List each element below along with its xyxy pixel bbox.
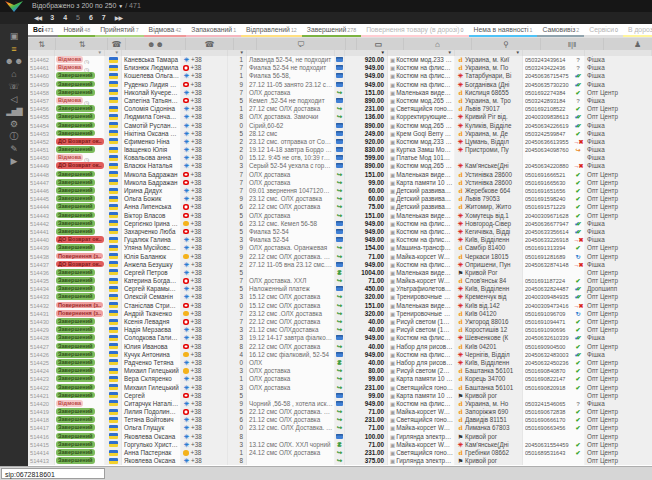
table-row-order-514448[interactable]: 514448ЗавершенийМикола Бадражан+387ОЛХ д… bbox=[28, 171, 652, 179]
ttn-cell[interactable]: 0501692108522✔ bbox=[523, 105, 585, 113]
ttn-cell[interactable]: 20450632450236✔ bbox=[523, 359, 585, 367]
product-cell[interactable]: ▣Костюм на флисе Мод.1014 (1шт. х 949.00 bbox=[388, 220, 455, 228]
product-cell[interactable]: ▣Костюм мод.233 разм,48-58 (1шт. х 920.0… bbox=[388, 56, 455, 64]
table-row-order-514419[interactable]: 514419ЗавершенийЛилия Подолинская+38522.… bbox=[28, 408, 652, 416]
phone-cell[interactable]: +38 bbox=[181, 343, 228, 351]
phone-cell[interactable]: ✳+38 bbox=[181, 384, 228, 392]
ttn-cell[interactable]: 20450633226918→✖ bbox=[523, 236, 585, 244]
table-row-order-514458[interactable]: 514458ЗавершенийНиколай Кучеренко✳+387ОЛ… bbox=[28, 89, 652, 97]
table-row-order-514444[interactable]: 514444ЗавершенийАнна Липенська+38622.12 … bbox=[28, 203, 652, 211]
sidebar-campaigns-icon[interactable]: ◁ bbox=[0, 93, 28, 105]
product-cell[interactable]: ▣Майка-корсет Waist Trainer *142 bbox=[388, 424, 455, 432]
ttn-cell[interactable]: 0501690820918✔ bbox=[523, 384, 585, 392]
table-row-order-514447[interactable]: 514447ЗавершенийМикола Бадражан+387ОЛХ д… bbox=[28, 179, 652, 187]
ttn-cell[interactable]: 0501690663456✔ bbox=[523, 424, 585, 432]
phone-cell[interactable]: +38 bbox=[181, 171, 228, 179]
product-cell[interactable]: ▣Детский развивающий констру bbox=[388, 195, 455, 203]
ttn-cell[interactable] bbox=[523, 269, 585, 277]
ttn-cell[interactable]: 0501690840870✔ bbox=[523, 367, 585, 375]
table-row-order-514456[interactable]: 514456ЗавершенийСоломія Сідоніна✳+38127.… bbox=[28, 105, 652, 113]
product-cell[interactable]: ▣Костюм на флисе Мод.1014 (1шт. х 949.00 bbox=[388, 261, 455, 269]
ttn-cell[interactable]: 0501690904500✔ bbox=[523, 343, 585, 351]
table-row-order-514422[interactable]: 514422ЗавершенийМихаил Гилецький✳+383ОЛХ… bbox=[28, 384, 652, 392]
ttn-cell[interactable]: 0501690672838✔ bbox=[523, 408, 585, 416]
ttn-cell[interactable]: 0501691598240✔ bbox=[523, 195, 585, 203]
product-cell[interactable]: ▣Майка-корсет Waist Trainer *142 bbox=[388, 277, 455, 285]
table-row-order-514441[interactable]: 514441ЗавершенийЗахарченко Люба+385Фиалк… bbox=[28, 228, 652, 236]
sidebar-orders-list-icon[interactable]: ≡ bbox=[0, 43, 28, 55]
ttn-cell[interactable]: 20400309473416→✖ bbox=[523, 302, 585, 310]
sort-status-icon[interactable]: ⇅ bbox=[56, 38, 108, 50]
product-cell[interactable]: ▣Костюм на флисе Мод.1014 (1шт. х 949.00 bbox=[388, 400, 455, 408]
ttn-cell[interactable]: 20450632874148→✖ bbox=[523, 261, 585, 269]
phone-cell[interactable]: +38 bbox=[181, 367, 228, 375]
ttn-cell[interactable]: 0501691313394✔ bbox=[523, 244, 585, 252]
price-icon[interactable]: ▭ bbox=[357, 38, 404, 50]
sidebar-calls-icon[interactable]: ☏ bbox=[0, 80, 28, 92]
phone-cell[interactable]: ✳+38 bbox=[181, 359, 228, 367]
phone-cell[interactable]: +38 bbox=[181, 212, 228, 220]
table-row-order-514415[interactable]: 514415ЗавершенийГоргулько Христина✳+3831… bbox=[28, 441, 652, 449]
ttn-cell[interactable]: 0501689531643✔ bbox=[523, 449, 585, 457]
ttn-cell[interactable]: 0501690822147✔ bbox=[523, 375, 585, 383]
table-row-order-514426[interactable]: 514426ЗавершенийКучук Антонина+38416.12 … bbox=[28, 351, 652, 359]
sidebar-settings-icon[interactable]: ⚙ bbox=[0, 118, 28, 130]
ttn-cell[interactable]: 20450636613955→✖ bbox=[523, 138, 585, 146]
table-row-order-514424[interactable]: 514424ЗавершенийМихаил Гилецький+383ОЛХ … bbox=[28, 367, 652, 375]
product-cell[interactable]: ▣Детский развивающий констру bbox=[388, 203, 455, 211]
table-row-order-514450[interactable]: 514450Відмова◷Ковальова анна✳+38015.12. … bbox=[28, 154, 652, 162]
phone-cell[interactable]: ✳+38 bbox=[181, 72, 228, 80]
table-row-order-514427[interactable]: 514427ЗавершенийЮлия Иванова+38822.12 см… bbox=[28, 343, 652, 351]
product-cell[interactable]: ▣Платье Мод 1013 (1шт. х 599.00 bbox=[388, 154, 455, 162]
page-number-3[interactable]: 3 bbox=[50, 12, 54, 24]
phone-cell[interactable]: ✳+38 bbox=[181, 285, 228, 293]
ttn-cell[interactable]: 0503242893184? bbox=[523, 97, 585, 105]
product-cell[interactable]: ▣Костюм мод.265 (1шт. х 890.00 bbox=[388, 97, 455, 105]
phone-cell[interactable]: ✳+38 bbox=[181, 195, 228, 203]
table-row-order-514416[interactable]: 514416ЗавершенийЯковлева Оксана✳+388100.… bbox=[28, 433, 652, 441]
phone-cell[interactable]: ✳+38 bbox=[181, 187, 228, 195]
product-cell[interactable]: ▣Ультрафиолетовая бактерицид bbox=[388, 285, 455, 293]
ttn-cell[interactable] bbox=[523, 433, 585, 441]
ttn-cell[interactable]: 0501690666170✔ bbox=[523, 416, 585, 424]
product-cell[interactable]: ▣Карта памяти 10 класс - 32Гб *1 bbox=[388, 392, 455, 400]
table-row-order-514461[interactable]: 514461Відмова◷Близнюк Людмила+387Фиалка … bbox=[28, 64, 652, 72]
table-row-order-514428[interactable]: 514428ЗавершенийСолодкова Галина В✳+3831… bbox=[28, 334, 652, 342]
sidebar-store-icon[interactable]: ⌂ bbox=[0, 68, 28, 80]
table-row-order-514435[interactable]: 514435ЗавершенийКатерина Богданова+387ОЛ… bbox=[28, 277, 652, 285]
table-row-order-514433[interactable]: 514433ЗавершенийОлексій Семанін✳+38315.1… bbox=[28, 293, 652, 301]
comment-icon[interactable]: 🗩 bbox=[257, 38, 346, 50]
sidebar-dashboard-icon[interactable]: ▣ bbox=[0, 30, 28, 42]
product-cell[interactable]: ▣Костюм на флисе Мод.1014 (1шт. х 949.00 bbox=[388, 72, 455, 80]
filter-cell[interactable]: ▼ bbox=[388, 50, 455, 56]
phone-cell[interactable]: ✳+38 bbox=[181, 244, 228, 252]
ttn-cell[interactable]: 0503243422436? bbox=[523, 64, 585, 72]
tab-нема-в-наявності[interactable]: Нема в наявності1 bbox=[469, 24, 538, 37]
ttn-cell[interactable]: 0501691665630✔ bbox=[523, 179, 585, 187]
table-row-order-514414[interactable]: 514414ЗавершенийАнна Пастернак+38124.12 … bbox=[28, 449, 652, 457]
table-row-order-514453[interactable]: 514453ЗавершенийНікітіна Оксана Дми✳+385… bbox=[28, 130, 652, 138]
filter-cell[interactable]: ▼ bbox=[228, 50, 247, 56]
table-row-order-514434[interactable]: 514434ЗавершенийСергей Карамышев✳+385Нал… bbox=[28, 285, 652, 293]
phone-cell[interactable]: ✳+38 bbox=[181, 400, 228, 408]
ttn-cell[interactable]: 0501691096709↻ bbox=[523, 310, 585, 318]
table-row-order-514421[interactable]: 514421ЗавершенийСергей+38599.00▣Карта па… bbox=[28, 392, 652, 400]
product-cell[interactable]: ▣Костюм на флисе Мод.1014 (1шт. х 949.00 bbox=[388, 334, 455, 342]
product-cell[interactable]: ▣Майка-корсет Waist Trainer *142 bbox=[388, 441, 455, 449]
product-icon[interactable]: ⌂ bbox=[404, 38, 472, 50]
ttn-cell[interactable] bbox=[523, 457, 585, 465]
phone-cell[interactable]: ✳+38 bbox=[181, 154, 228, 162]
phone-cell[interactable]: ✳+38 bbox=[181, 441, 228, 449]
phone-cell[interactable]: ✳+38 bbox=[181, 433, 228, 441]
phone-cell[interactable]: ✳+38 bbox=[181, 269, 228, 277]
client-name-icon[interactable]: ☻☻ bbox=[126, 38, 186, 50]
ttn-cell[interactable]: 0501691187224✔ bbox=[523, 277, 585, 285]
table-row-order-514459[interactable]: 514459ЗавершенийРуденко Лидия Пав+38927.… bbox=[28, 81, 652, 89]
sidebar-design-icon[interactable]: ✎ bbox=[0, 143, 28, 155]
phone-cell[interactable]: ✳+38 bbox=[181, 375, 228, 383]
table-row-order-514454[interactable]: 514454ЗавершенийСамотій Руслана Во✳+380С… bbox=[28, 122, 652, 130]
product-cell[interactable]: ▣Костюм на флисе Мод.1014 (1шт. х 949.00 bbox=[388, 236, 455, 244]
page-number-5[interactable]: 5 bbox=[76, 12, 80, 24]
product-cell[interactable]: ▣Майка-корсет Waist Trainer *142 bbox=[388, 253, 455, 261]
product-cell[interactable]: ▣Куртка Замш Мод. 250 (1шт. х 8 bbox=[388, 146, 455, 154]
